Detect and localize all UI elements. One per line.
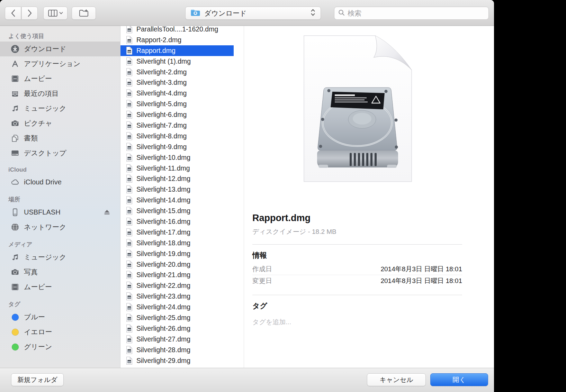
- file-row[interactable]: Silverlight-23.dmg: [120, 291, 234, 302]
- eject-icon[interactable]: [103, 208, 111, 217]
- sidebar-item-label: USBFLASH: [24, 208, 61, 216]
- tags-add-placeholder[interactable]: タグを追加...: [252, 318, 462, 327]
- sidebar-item-media-music[interactable]: ミュージック: [0, 250, 120, 265]
- sidebar-item-media-movies[interactable]: ムービー: [0, 280, 120, 294]
- sidebar-item-label: ミュージック: [24, 253, 66, 262]
- file-row[interactable]: Silverlight-19.dmg: [120, 248, 234, 259]
- dmg-file-icon: [126, 121, 133, 130]
- dmg-file-icon: [126, 57, 133, 66]
- file-name: Silverlight-10.dmg: [136, 154, 190, 162]
- sidebar-item-tag-green[interactable]: グリーン: [0, 339, 120, 354]
- info-rows: 作成日2014年8月3日 日曜日 18:01変更日2014年8月3日 日曜日 1…: [252, 263, 462, 287]
- sidebar-item-applications[interactable]: アプリケーション: [0, 56, 120, 71]
- camera-icon: [10, 119, 20, 128]
- file-row[interactable]: Silverlight-4.dmg: [120, 88, 234, 99]
- file-row[interactable]: Silverlight-10.dmg: [120, 152, 234, 163]
- file-row[interactable]: Silverlight (1).dmg: [120, 56, 234, 67]
- file-row[interactable]: Silverlight-6.dmg: [120, 109, 234, 120]
- sidebar-item-music[interactable]: ミュージック: [0, 101, 120, 116]
- file-row[interactable]: Silverlight-9.dmg: [120, 142, 234, 152]
- file-row[interactable]: Silverlight-20.dmg: [120, 259, 234, 270]
- sidebar-item-label: グリーン: [24, 342, 52, 352]
- dmg-file-icon: [126, 228, 133, 237]
- dmg-preview-icon: [298, 33, 417, 186]
- file-row[interactable]: Silverlight-7.dmg: [120, 120, 234, 131]
- file-row[interactable]: Silverlight-2.dmg: [120, 67, 234, 78]
- sidebar-item-recents[interactable]: 最近の項目: [0, 86, 120, 101]
- file-row[interactable]: Silverlight-21.dmg: [120, 270, 234, 280]
- file-row[interactable]: Silverlight-18.dmg: [120, 238, 234, 248]
- tag-dot: [10, 342, 20, 352]
- sidebar-item-tag-blue[interactable]: ブルー: [0, 310, 120, 325]
- search-field[interactable]: [334, 7, 489, 20]
- file-name: Rapport-2.dmg: [136, 36, 181, 44]
- file-row[interactable]: Silverlight-22.dmg: [120, 280, 234, 291]
- location-dropdown[interactable]: ダウンロード: [185, 7, 321, 20]
- file-row[interactable]: Silverlight-26.dmg: [120, 323, 234, 334]
- documents-icon: [10, 134, 20, 143]
- sidebar-item-desktop[interactable]: デスクトップ: [0, 146, 120, 161]
- new-folder-button[interactable]: 新規フォルダ: [11, 373, 64, 386]
- sidebar-item-usbflash[interactable]: USBFLASH: [0, 205, 120, 220]
- file-row[interactable]: Silverlight-8.dmg: [120, 131, 234, 142]
- music-icon: [10, 104, 20, 113]
- search-input[interactable]: [348, 9, 485, 17]
- back-button[interactable]: [5, 7, 21, 20]
- file-list-pane: ParallelsTool....1-1620.dmgRapport-2.dmg…: [120, 26, 244, 368]
- tag-dot: [10, 312, 20, 322]
- file-row[interactable]: Silverlight-5.dmg: [120, 99, 234, 109]
- file-name: Silverlight-17.dmg: [136, 228, 190, 236]
- forward-button[interactable]: [21, 7, 38, 20]
- dmg-file-icon: [126, 185, 133, 194]
- toolbar-new-folder-button[interactable]: [72, 7, 96, 20]
- file-row[interactable]: Rapport-2.dmg: [120, 35, 234, 45]
- sidebar-item-tag-yellow[interactable]: イエロー: [0, 325, 120, 339]
- sidebar-item-documents[interactable]: 書類: [0, 131, 120, 146]
- file-row[interactable]: Silverlight-16.dmg: [120, 216, 234, 227]
- view-mode-button[interactable]: [43, 7, 68, 20]
- file-name: Silverlight-29.dmg: [136, 357, 190, 365]
- file-name: Silverlight-16.dmg: [136, 218, 190, 226]
- dmg-file-icon: [126, 110, 133, 119]
- file-row[interactable]: Rapport.dmg: [120, 45, 234, 56]
- file-name: Silverlight-4.dmg: [136, 89, 187, 97]
- file-row[interactable]: Silverlight-11.dmg: [120, 163, 234, 174]
- chevron-down-icon: [59, 12, 63, 15]
- dmg-file-icon: [126, 356, 133, 365]
- file-row[interactable]: Silverlight-17.dmg: [120, 227, 234, 238]
- sidebar-item-media-photos[interactable]: 写真: [0, 265, 120, 280]
- sidebar-item-downloads[interactable]: ダウンロード: [0, 42, 120, 56]
- dmg-file-icon: [126, 196, 133, 204]
- file-row[interactable]: ParallelsTool....1-1620.dmg: [120, 26, 234, 35]
- file-row[interactable]: Silverlight-28.dmg: [120, 345, 234, 355]
- sidebar-item-network[interactable]: ネットワーク: [0, 220, 120, 235]
- file-row[interactable]: Silverlight-24.dmg: [120, 302, 234, 312]
- file-row[interactable]: Silverlight-12.dmg: [120, 173, 234, 184]
- sidebar-item-pictures[interactable]: ピクチャ: [0, 116, 120, 131]
- file-row[interactable]: Silverlight-15.dmg: [120, 206, 234, 216]
- cancel-button[interactable]: キャンセル: [367, 373, 426, 386]
- file-row[interactable]: Silverlight-29.dmg: [120, 355, 234, 366]
- open-button[interactable]: 開く: [430, 373, 488, 386]
- tag-dot: [10, 327, 20, 337]
- sidebar-item-movies[interactable]: ムービー: [0, 71, 120, 86]
- sidebar-sections: よく使う項目ダウンロードアプリケーションムービー最近の項目ミュージックピクチャ書…: [0, 32, 120, 354]
- file-name: Silverlight-28.dmg: [136, 346, 190, 354]
- file-row[interactable]: Silverlight-25.dmg: [120, 312, 234, 323]
- file-name: Silverlight-5.dmg: [136, 100, 187, 108]
- location-dropdown-label: ダウンロード: [204, 9, 306, 18]
- dmg-file-icon: [126, 207, 133, 215]
- recents-icon: [10, 89, 20, 98]
- file-row[interactable]: Silverlight-14.dmg: [120, 195, 234, 206]
- sidebar-item-icloud-drive[interactable]: iCloud Drive: [0, 175, 120, 190]
- file-name: Silverlight-11.dmg: [136, 164, 190, 172]
- sidebar-section-title: タグ: [8, 300, 120, 308]
- desktop-icon: [10, 148, 20, 158]
- file-row[interactable]: Silverlight-27.dmg: [120, 334, 234, 345]
- file-name: Silverlight-19.dmg: [136, 250, 190, 258]
- file-row[interactable]: Silverlight-3.dmg: [120, 77, 234, 88]
- external-drive-icon: [10, 208, 20, 217]
- file-row[interactable]: Silverlight-13.dmg: [120, 184, 234, 195]
- sidebar-item-label: iCloud Drive: [24, 178, 62, 186]
- file-name: Silverlight-26.dmg: [136, 325, 190, 332]
